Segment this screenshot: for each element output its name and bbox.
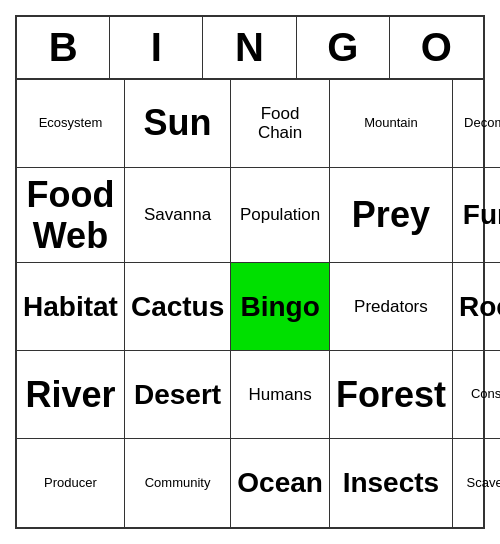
- bingo-card: BINGO EcosystemSunFood ChainMountainDeco…: [15, 15, 485, 530]
- cell-text-10: Habitat: [23, 291, 118, 323]
- bingo-header: BINGO: [17, 17, 483, 80]
- cell-text-17: Humans: [248, 385, 311, 405]
- bingo-cell-12[interactable]: Bingo: [231, 263, 330, 351]
- bingo-grid: EcosystemSunFood ChainMountainDecomposer…: [17, 80, 483, 528]
- bingo-cell-0[interactable]: Ecosystem: [17, 80, 125, 168]
- cell-text-19: Consumer: [471, 387, 500, 402]
- cell-text-23: Insects: [343, 467, 440, 499]
- bingo-cell-23[interactable]: Insects: [330, 439, 453, 527]
- bingo-cell-24[interactable]: Scavengers: [453, 439, 500, 527]
- cell-text-1: Sun: [144, 102, 212, 143]
- bingo-cell-4[interactable]: Decomposer: [453, 80, 500, 168]
- cell-text-6: Savanna: [144, 205, 211, 225]
- cell-text-7: Population: [240, 205, 320, 225]
- cell-text-14: Rocks: [459, 291, 500, 323]
- bingo-cell-1[interactable]: Sun: [125, 80, 231, 168]
- bingo-cell-8[interactable]: Prey: [330, 168, 453, 264]
- cell-text-16: Desert: [134, 379, 221, 411]
- cell-text-24: Scavengers: [467, 476, 500, 491]
- bingo-cell-20[interactable]: Producer: [17, 439, 125, 527]
- bingo-cell-16[interactable]: Desert: [125, 351, 231, 439]
- cell-text-15: River: [25, 374, 115, 415]
- bingo-cell-15[interactable]: River: [17, 351, 125, 439]
- cell-text-2: Food Chain: [237, 104, 323, 143]
- cell-text-20: Producer: [44, 476, 97, 491]
- bingo-cell-22[interactable]: Ocean: [231, 439, 330, 527]
- cell-text-22: Ocean: [237, 467, 323, 499]
- bingo-cell-19[interactable]: Consumer: [453, 351, 500, 439]
- cell-text-18: Forest: [336, 374, 446, 415]
- header-letter-o: O: [390, 17, 483, 78]
- bingo-cell-6[interactable]: Savanna: [125, 168, 231, 264]
- header-letter-g: G: [297, 17, 390, 78]
- cell-text-8: Prey: [352, 194, 430, 235]
- bingo-cell-5[interactable]: Food Web: [17, 168, 125, 264]
- bingo-cell-21[interactable]: Community: [125, 439, 231, 527]
- header-letter-i: I: [110, 17, 203, 78]
- cell-text-0: Ecosystem: [39, 116, 103, 131]
- header-letter-n: N: [203, 17, 296, 78]
- cell-text-13: Predators: [354, 297, 428, 317]
- header-letter-b: B: [17, 17, 110, 78]
- bingo-cell-9[interactable]: Fungi: [453, 168, 500, 264]
- bingo-cell-7[interactable]: Population: [231, 168, 330, 264]
- cell-text-5: Food Web: [23, 174, 118, 257]
- bingo-cell-2[interactable]: Food Chain: [231, 80, 330, 168]
- bingo-cell-11[interactable]: Cactus: [125, 263, 231, 351]
- bingo-cell-10[interactable]: Habitat: [17, 263, 125, 351]
- cell-text-9: Fungi: [463, 199, 500, 231]
- bingo-cell-14[interactable]: Rocks: [453, 263, 500, 351]
- cell-text-12: Bingo: [240, 291, 319, 323]
- cell-text-3: Mountain: [364, 116, 417, 131]
- bingo-cell-3[interactable]: Mountain: [330, 80, 453, 168]
- cell-text-21: Community: [145, 476, 211, 491]
- bingo-cell-17[interactable]: Humans: [231, 351, 330, 439]
- bingo-cell-13[interactable]: Predators: [330, 263, 453, 351]
- bingo-cell-18[interactable]: Forest: [330, 351, 453, 439]
- cell-text-11: Cactus: [131, 291, 224, 323]
- cell-text-4: Decomposer: [464, 116, 500, 131]
